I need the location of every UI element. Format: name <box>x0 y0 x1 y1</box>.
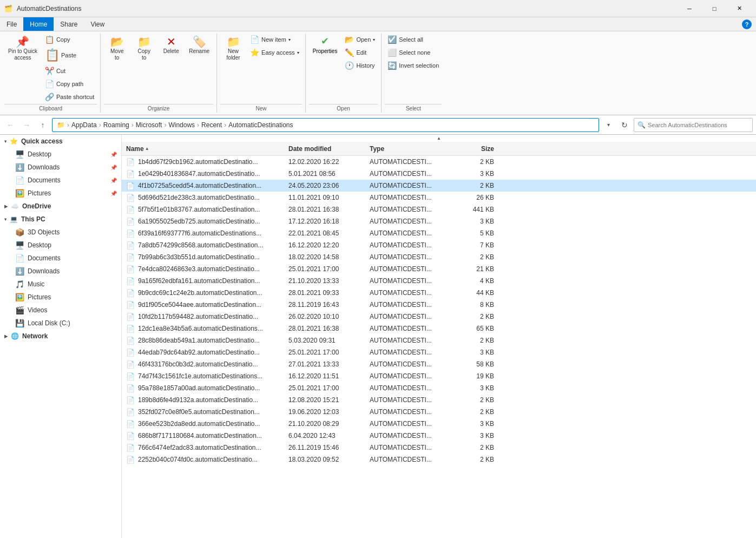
select-all-label: Select all <box>399 36 423 43</box>
address-dropdown-button[interactable]: ▾ <box>601 118 615 132</box>
table-row[interactable]: 📄 6a19055025edb725.automaticDestinatio..… <box>122 215 756 227</box>
quick-access-header[interactable]: ▾ ⭐ Quick access <box>0 135 121 148</box>
search-input[interactable] <box>648 122 749 128</box>
table-row[interactable]: 📄 7e4dca80246863e3.automaticDestinatio..… <box>122 263 756 275</box>
table-row[interactable]: 📄 9b9cdc69c1c24e2b.automaticDestination.… <box>122 287 756 299</box>
open-icon: 📂 <box>345 35 354 44</box>
new-folder-button[interactable]: 📁 New folder <box>220 34 246 64</box>
sidebar-music-label: Music <box>28 280 117 288</box>
menu-file[interactable]: File <box>0 17 23 31</box>
cut-label: Cut <box>56 68 65 74</box>
table-row[interactable]: 📄 9d1f905ce5044aee.automaticDestination.… <box>122 299 756 311</box>
table-row[interactable]: 📄 28c8b86deab549a1.automaticDestinatio..… <box>122 334 756 346</box>
table-row[interactable]: 📄 10fd2b117b594482.automaticDestinatio..… <box>122 311 756 323</box>
new-item-button[interactable]: 📄 New item ▾ <box>247 34 302 45</box>
copy-button[interactable]: 📋 Copy <box>42 34 97 45</box>
sidebar-item-downloads-pc[interactable]: ⬇️ Downloads <box>0 265 121 278</box>
table-row[interactable]: 📄 7b99ab6c3d3b551d.automaticDestinatio..… <box>122 251 756 263</box>
breadcrumb-microsoft[interactable]: Microsoft <box>136 121 162 129</box>
menu-share[interactable]: Share <box>54 17 84 31</box>
column-type[interactable]: Type <box>370 145 451 153</box>
sidebar-item-downloads-quick[interactable]: ⬇️ Downloads 📌 <box>0 161 121 174</box>
menu-home[interactable]: Home <box>23 17 54 31</box>
table-row[interactable]: 📄 9a165f62edbfa161.automaticDestination.… <box>122 275 756 287</box>
properties-button[interactable]: ✔ Properties <box>309 34 341 56</box>
easy-access-icon: ⭐ <box>250 48 259 57</box>
column-size[interactable]: Size <box>451 145 494 153</box>
up-button[interactable]: ↑ <box>36 118 50 132</box>
column-date[interactable]: Date modified <box>288 145 370 153</box>
breadcrumb-appdata[interactable]: AppData <box>71 121 97 129</box>
this-pc-header[interactable]: ▾ 💻 This PC <box>0 213 121 226</box>
file-list-container[interactable]: ▲ Name ▲ Date modified Type Size 📄 1b4dd… <box>122 135 756 538</box>
sidebar-item-localdisk[interactable]: 💾 Local Disk (C:) <box>0 317 121 330</box>
pin-quick-access-button[interactable]: 📌 Pin to Quick access <box>4 34 41 64</box>
invert-selection-button[interactable]: 🔄 Invert selection <box>385 60 442 71</box>
menu-view[interactable]: View <box>84 17 111 31</box>
move-to-button[interactable]: 📂 Move to <box>104 34 130 64</box>
onedrive-header[interactable]: ▶ ☁️ OneDrive <box>0 200 121 213</box>
copy-icon: 📋 <box>45 35 54 44</box>
address-path[interactable]: 📁 › AppData › Roaming › Microsoft › Wind… <box>52 118 599 132</box>
table-row[interactable]: 📄 766c6474ef2adc83.automaticDestination.… <box>122 442 756 454</box>
breadcrumb-roaming[interactable]: Roaming <box>103 121 129 129</box>
paste-shortcut-button[interactable]: 🔗 Paste shortcut <box>42 91 97 103</box>
table-row[interactable]: 📄 7a8db574299c8568.automaticDestination.… <box>122 239 756 251</box>
table-row[interactable]: 📄 46f433176bc0b3d2.automaticDestinatio..… <box>122 358 756 370</box>
copy-path-button[interactable]: 📄 Copy path <box>42 78 97 90</box>
edit-button[interactable]: ✏️ Edit <box>342 47 378 58</box>
rename-button[interactable]: 🏷️ Rename <box>185 34 213 57</box>
select-all-button[interactable]: ☑️ Select all <box>385 34 442 45</box>
table-row[interactable]: 📄 1b4dd67f29cb1962.automaticDestinatio..… <box>122 156 756 168</box>
forward-button[interactable]: → <box>19 118 34 132</box>
table-row[interactable]: 📄 12dc1ea8e34b5a6.automaticDestinations.… <box>122 323 756 334</box>
breadcrumb-windows[interactable]: Windows <box>168 121 195 129</box>
copy-to-button[interactable]: 📁 Copy to <box>131 34 157 64</box>
table-row[interactable]: 📄 6f39a16f693777f6.automaticDestinations… <box>122 227 756 239</box>
back-button[interactable]: ← <box>3 118 17 132</box>
file-name: 9a165f62edbfa161.automaticDestination... <box>138 277 260 285</box>
table-row[interactable]: 📄 352fd027c0e8f0e5.automaticDestination.… <box>122 406 756 418</box>
table-row[interactable]: 📄 74d7f43c1561fc1e.automaticDestinations… <box>122 370 756 382</box>
copy-path-label: Copy path <box>56 81 83 87</box>
select-none-button[interactable]: ⬜ Select none <box>385 47 442 58</box>
table-row[interactable]: 📄 686b8f7171180684.automaticDestination.… <box>122 430 756 442</box>
breadcrumb-automaticdestinations[interactable]: AutomaticDestinations <box>228 121 293 129</box>
sidebar-item-pictures-pc[interactable]: 🖼️ Pictures <box>0 291 121 304</box>
table-row[interactable]: 📄 5d696d521de238c3.automaticDestinatio..… <box>122 192 756 204</box>
new-items: 📁 New folder 📄 New item ▾ ⭐ Easy access … <box>220 34 302 103</box>
sidebar-item-videos[interactable]: 🎬 Videos <box>0 304 121 317</box>
sidebar-item-documents-quick[interactable]: 📄 Documents 📌 <box>0 174 121 187</box>
network-header[interactable]: ▶ 🌐 Network <box>0 330 121 343</box>
table-row[interactable]: 📄 366ee523b2da8edd.automaticDestinatio..… <box>122 418 756 430</box>
sidebar-item-desktop-pc[interactable]: 🖥️ Desktop <box>0 239 121 252</box>
delete-button[interactable]: ✕ Delete <box>158 34 184 57</box>
cut-button[interactable]: ✂️ Cut <box>42 65 97 77</box>
sidebar-item-desktop-quick[interactable]: 🖥️ Desktop 📌 <box>0 148 121 161</box>
table-row[interactable]: 📄 2252b040c074fd0c.automaticDestinatio..… <box>122 454 756 465</box>
easy-access-button[interactable]: ⭐ Easy access ▾ <box>247 47 302 58</box>
maximize-button[interactable]: □ <box>702 0 727 17</box>
sidebar-item-3dobjects[interactable]: 📦 3D Objects <box>0 226 121 239</box>
minimize-button[interactable]: ─ <box>677 0 702 17</box>
table-row[interactable]: 📄 44edab79dc64ab92.automaticDestinatio..… <box>122 346 756 358</box>
table-row[interactable]: 📄 4f1b0725a5cedd54.automaticDestination.… <box>122 180 756 192</box>
new-item-arrow: ▾ <box>288 37 291 42</box>
sidebar-item-music[interactable]: 🎵 Music <box>0 278 121 291</box>
search-box[interactable]: 🔍 <box>634 118 753 132</box>
sidebar-item-documents-pc[interactable]: 📄 Documents <box>0 252 121 265</box>
history-button[interactable]: 🕐 History <box>342 60 378 71</box>
table-row[interactable]: 📄 1e0429b401836847.automaticDestinatio..… <box>122 168 756 180</box>
open-button[interactable]: 📂 Open ▾ <box>342 34 378 45</box>
close-button[interactable]: ✕ <box>727 0 752 17</box>
sidebar-item-pictures-quick[interactable]: 🖼️ Pictures 📌 <box>0 187 121 200</box>
file-size: 2 KB <box>451 408 494 416</box>
column-name[interactable]: Name ▲ <box>126 145 288 153</box>
menu-help[interactable]: ? <box>738 19 756 29</box>
table-row[interactable]: 📄 95a788e1857a00ad.automaticDestinatio..… <box>122 382 756 394</box>
paste-button[interactable]: 📋 Paste <box>42 47 97 64</box>
table-row[interactable]: 📄 5f7b5f1e01b83767.automaticDestination.… <box>122 204 756 215</box>
breadcrumb-recent[interactable]: Recent <box>201 121 222 129</box>
table-row[interactable]: 📄 189b8d6fe4d9132a.automaticDestinatio..… <box>122 394 756 406</box>
refresh-button[interactable]: ↻ <box>617 118 632 132</box>
